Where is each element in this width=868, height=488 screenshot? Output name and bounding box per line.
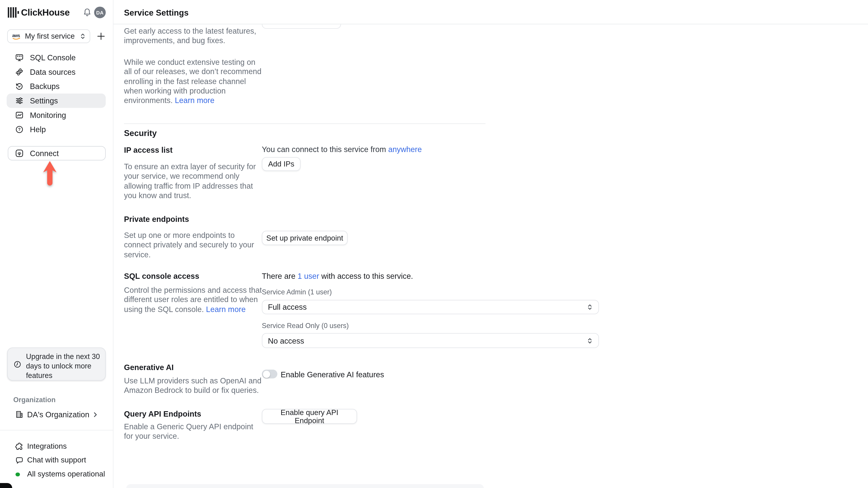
- sql-console-access-title: SQL console access: [124, 271, 199, 281]
- sidebar-divider: [0, 430, 114, 430]
- connect-button-label: Connect: [30, 149, 59, 158]
- upgrade-banner[interactable]: Upgrade in the next 30 days to unlock mo…: [7, 348, 106, 381]
- ip-access-description: To ensure an extra layer of security for…: [124, 162, 262, 200]
- integrations-puzzle-icon: [15, 442, 24, 451]
- organization-name: DA's Organization: [27, 410, 89, 419]
- sidebar-item-label: Help: [30, 125, 46, 134]
- svg-text:aws: aws: [12, 33, 20, 38]
- enable-query-api-button[interactable]: Enable query API Endpoint: [262, 409, 357, 424]
- aws-icon: aws: [12, 33, 21, 40]
- brand-name: ClickHouse: [21, 7, 70, 18]
- app-viewport: ClickHouse DA aws My first service: [0, 0, 868, 488]
- generative-ai-title: Generative AI: [124, 363, 174, 372]
- generative-ai-toggle-label: Enable Generative AI features: [281, 370, 384, 379]
- chat-bubble-icon: [15, 456, 24, 465]
- main-header: Service Settings: [114, 0, 868, 24]
- data-sources-icon: [15, 68, 24, 76]
- ip-access-list-title: IP access list: [124, 145, 173, 154]
- one-user-link[interactable]: 1 user: [298, 271, 319, 281]
- bottom-left-overlay-corner: [0, 483, 12, 488]
- service-admin-select-value: Full access: [268, 303, 587, 312]
- query-api-endpoints-title: Query API Endpoints: [124, 410, 202, 418]
- query-api-description: Enable a Generic Query API endpoint for …: [124, 422, 262, 442]
- ip-access-status-text: You can connect to this service from any…: [262, 145, 422, 154]
- sidebar-item-chat-support[interactable]: Chat with support: [0, 454, 114, 467]
- sidebar-item-integrations[interactable]: Integrations: [0, 440, 114, 453]
- settings-sliders-icon: [15, 96, 24, 105]
- sql-console-icon: [15, 53, 24, 62]
- sidebar-item-label: SQL Console: [30, 53, 76, 62]
- status-green-dot: [16, 472, 20, 476]
- sidebar-item-label: Settings: [30, 96, 58, 105]
- organization-section-label: Organization: [13, 396, 56, 404]
- chevron-updown-icon: [587, 337, 593, 344]
- sidebar-item-data-sources[interactable]: Data sources: [6, 65, 105, 79]
- sidebar-item-backups[interactable]: Backups: [6, 79, 105, 94]
- sidebar-item-settings[interactable]: Settings: [6, 94, 105, 108]
- release-channel-paragraph-2: While we conduct extensive testing on al…: [124, 58, 262, 105]
- page-title: Service Settings: [124, 8, 189, 17]
- sidebar-item-help[interactable]: ? Help: [6, 122, 105, 137]
- sidebar-item-label: Data sources: [30, 68, 75, 76]
- section-divider: [124, 123, 486, 124]
- add-ips-button[interactable]: Add IPs: [262, 157, 301, 171]
- add-service-button[interactable]: [96, 32, 106, 41]
- private-endpoints-description: Set up one or more endpoints to connect …: [124, 231, 262, 259]
- svg-text:?: ?: [18, 127, 21, 132]
- main-content: Service Settings Get early access to the…: [114, 0, 868, 488]
- sql-access-status-prefix: There are: [262, 271, 296, 281]
- sidebar-item-label: Integrations: [27, 442, 67, 451]
- sidebar-item-monitoring[interactable]: Monitoring: [6, 108, 105, 123]
- next-section-panel-edge: [126, 484, 484, 488]
- sql-console-access-status: There are 1 user with access to this ser…: [262, 271, 413, 281]
- sidebar-item-sql-console[interactable]: SQL Console: [6, 51, 105, 65]
- user-avatar[interactable]: DA: [94, 6, 105, 18]
- release-channel-learn-more-link[interactable]: Learn more: [175, 96, 214, 105]
- service-readonly-select-value: No access: [268, 336, 587, 345]
- sidebar-item-label: Backups: [30, 82, 60, 91]
- private-endpoints-title: Private endpoints: [124, 215, 189, 223]
- notifications-bell-icon[interactable]: [83, 8, 92, 17]
- chevron-updown-icon: [80, 33, 86, 40]
- sidebar: ClickHouse DA aws My first service: [0, 0, 114, 488]
- sql-console-access-description: Control the permissions and access that …: [124, 286, 262, 314]
- help-icon: ?: [15, 125, 24, 134]
- chevron-right-icon: [92, 411, 98, 418]
- security-heading: Security: [124, 128, 157, 138]
- anywhere-link[interactable]: anywhere: [388, 145, 422, 154]
- sql-access-learn-more-link[interactable]: Learn more: [206, 304, 246, 313]
- building-icon: [15, 410, 24, 419]
- toggle-knob: [263, 370, 270, 378]
- system-status-label: All systems operational: [27, 470, 105, 478]
- ip-access-status-prefix: You can connect to this service from: [262, 145, 386, 154]
- sidebar-item-label: Chat with support: [27, 456, 86, 464]
- generative-ai-description: Use LLM providers such as OpenAI and Ama…: [124, 376, 262, 395]
- backups-icon: [15, 82, 24, 91]
- service-admin-select[interactable]: Full access: [262, 300, 599, 314]
- upgrade-banner-text: Upgrade in the next 30 days to unlock mo…: [26, 352, 103, 380]
- release-channel-paragraph-1: Get early access to the latest features,…: [124, 27, 262, 46]
- connect-button[interactable]: Connect: [8, 146, 105, 161]
- connect-wifi-icon: [15, 149, 24, 158]
- service-readonly-label: Service Read Only (0 users): [262, 322, 349, 330]
- setup-private-endpoint-button[interactable]: Set up private endpoint: [262, 231, 348, 245]
- monitoring-icon: [15, 111, 24, 120]
- service-selector-label: My first service: [25, 32, 80, 40]
- system-status-row[interactable]: All systems operational: [0, 467, 114, 481]
- clickhouse-logo-icon: [8, 7, 19, 18]
- sql-access-status-suffix: with access to this service.: [321, 271, 413, 281]
- sidebar-item-label: Monitoring: [30, 111, 66, 120]
- generative-ai-toggle[interactable]: [262, 369, 277, 379]
- organization-row[interactable]: DA's Organization: [0, 408, 114, 422]
- sidebar-nav: SQL Console Data sources: [0, 51, 114, 137]
- service-readonly-select[interactable]: No access: [262, 333, 599, 348]
- service-selector[interactable]: aws My first service: [7, 29, 90, 43]
- clock-icon: [13, 360, 22, 368]
- chevron-updown-icon: [587, 303, 593, 311]
- annotation-arrow-up: [41, 161, 58, 187]
- service-admin-label: Service Admin (1 user): [262, 288, 332, 296]
